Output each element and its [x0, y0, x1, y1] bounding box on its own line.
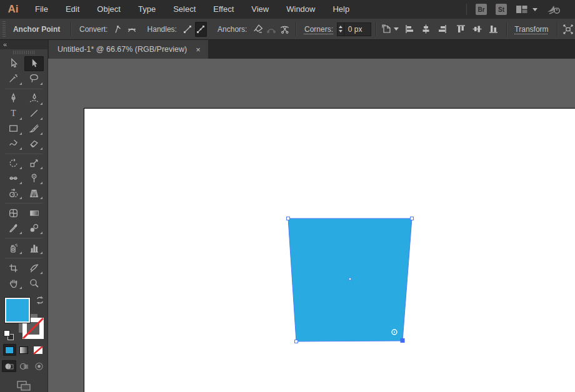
- bridge-button[interactable]: Br: [476, 4, 487, 15]
- blend-tool[interactable]: [24, 220, 44, 235]
- draw-inside-button[interactable]: [32, 360, 46, 372]
- perspective-grid-tool[interactable]: [24, 185, 44, 200]
- corners-label[interactable]: Corners:: [301, 25, 337, 34]
- control-bar: Anchor Point Convert: Handles:: [0, 19, 575, 40]
- menu-select[interactable]: Select: [164, 0, 204, 19]
- symbol-sprayer-tool[interactable]: [4, 240, 23, 255]
- align-to-selection-dropdown[interactable]: [381, 22, 399, 37]
- horizontal-align-center-button[interactable]: [419, 22, 434, 37]
- tools-panel-grip[interactable]: [0, 49, 48, 56]
- isolate-selected-object-button[interactable]: [562, 22, 574, 37]
- zoom-tool[interactable]: [24, 275, 44, 290]
- transform-link[interactable]: Transform: [511, 25, 552, 34]
- corners-value-input[interactable]: 0 px: [344, 22, 371, 36]
- show-handles-button[interactable]: [195, 22, 208, 37]
- eyedropper-tool[interactable]: [4, 220, 23, 235]
- default-fill-stroke-icon[interactable]: [4, 330, 14, 340]
- draw-normal-button[interactable]: [2, 360, 16, 372]
- convert-to-smooth-button[interactable]: [126, 22, 138, 37]
- color-button[interactable]: [3, 344, 16, 356]
- horizontal-align-left-button[interactable]: [402, 22, 418, 37]
- remove-anchor-points-button[interactable]: [251, 22, 264, 37]
- gradient-button[interactable]: [18, 344, 31, 356]
- column-graph-tool[interactable]: [24, 240, 44, 255]
- convert-label: Convert:: [76, 25, 111, 34]
- puppet-warp-tool[interactable]: [24, 170, 44, 185]
- corners-stepper[interactable]: [337, 22, 344, 36]
- menu-window[interactable]: Window: [278, 0, 324, 19]
- gpu-performance-icon[interactable]: [546, 4, 561, 15]
- hide-handles-button[interactable]: [181, 22, 194, 37]
- vertical-align-top-button[interactable]: [454, 22, 469, 37]
- shape-center-point[interactable]: [349, 278, 351, 280]
- rotate-tool[interactable]: [4, 155, 23, 170]
- line-segment-tool[interactable]: [24, 106, 44, 121]
- menu-file[interactable]: File: [26, 0, 57, 19]
- slice-tool[interactable]: [24, 260, 44, 275]
- magic-wand-tool[interactable]: [4, 71, 23, 86]
- document-tab-title: Untitled-1* @ 66.67% (RGB/Preview): [58, 45, 187, 54]
- eraser-tool[interactable]: [24, 136, 44, 151]
- tool-grid: [0, 205, 48, 235]
- none-button[interactable]: [32, 344, 45, 356]
- anchor-bottom-right-selected[interactable]: [401, 339, 404, 343]
- gradient-tool[interactable]: [24, 205, 44, 220]
- direct-selection-tool[interactable]: [24, 56, 44, 71]
- stock-button[interactable]: St: [496, 4, 507, 15]
- vertical-align-bottom-button[interactable]: [486, 22, 501, 37]
- close-icon[interactable]: ×: [196, 46, 201, 54]
- collapse-tools-button[interactable]: «: [0, 40, 48, 49]
- tools-panel: «: [0, 40, 48, 392]
- curvature-tool[interactable]: [24, 91, 44, 106]
- divider: [5, 258, 42, 258]
- tool-grid: [0, 240, 48, 255]
- menu-object[interactable]: Object: [88, 0, 129, 19]
- type-tool[interactable]: T: [4, 106, 23, 121]
- hand-tool[interactable]: [4, 275, 23, 290]
- menu-view[interactable]: View: [242, 0, 278, 19]
- stepper-down-icon[interactable]: [339, 30, 342, 32]
- shape-builder-tool[interactable]: [4, 185, 23, 200]
- scale-tool[interactable]: [24, 155, 44, 170]
- menu-type[interactable]: Type: [129, 0, 164, 19]
- document-tab[interactable]: Untitled-1* @ 66.67% (RGB/Preview) ×: [49, 40, 208, 59]
- screen-mode-button[interactable]: [0, 380, 48, 392]
- horizontal-align-right-button[interactable]: [435, 22, 450, 37]
- anchor-top-left[interactable]: [287, 217, 290, 220]
- divider: [5, 238, 42, 238]
- menu-help[interactable]: Help: [324, 0, 358, 19]
- convert-to-corner-button[interactable]: [112, 22, 124, 37]
- handles-label: Handles:: [144, 25, 181, 34]
- swap-fill-stroke-icon[interactable]: [35, 295, 45, 305]
- shaper-tool[interactable]: [4, 136, 23, 151]
- rectangle-tool[interactable]: [4, 121, 23, 136]
- mesh-tool[interactable]: [4, 205, 23, 220]
- connect-end-points-button[interactable]: [265, 22, 278, 37]
- separator: [376, 22, 376, 36]
- paintbrush-tool[interactable]: [24, 121, 44, 136]
- stepper-up-icon[interactable]: [339, 26, 342, 28]
- workspace-switcher[interactable]: [516, 4, 538, 14]
- separator: [71, 22, 71, 36]
- fill-proxy-swatch[interactable]: [5, 298, 30, 323]
- draw-behind-button[interactable]: [17, 360, 31, 372]
- menu-edit[interactable]: Edit: [57, 0, 88, 19]
- app-logo: Ai: [0, 3, 26, 16]
- divider: [5, 154, 42, 154]
- anchor-bottom-left[interactable]: [295, 340, 298, 343]
- lasso-tool[interactable]: [24, 71, 44, 86]
- anchor-top-right[interactable]: [411, 217, 414, 220]
- width-tool[interactable]: [4, 170, 23, 185]
- tool-grid: [0, 56, 48, 86]
- menubar-separator: [466, 4, 467, 15]
- tool-grid: [0, 260, 48, 290]
- canvas[interactable]: [48, 59, 575, 392]
- menu-effect[interactable]: Effect: [204, 0, 242, 19]
- pen-tool[interactable]: [4, 91, 23, 106]
- vertical-align-center-button[interactable]: [470, 22, 485, 37]
- cut-path-button[interactable]: [279, 22, 291, 37]
- selection-tool[interactable]: [4, 56, 23, 71]
- panel-grip[interactable]: [2, 21, 6, 37]
- artboard-tool[interactable]: [4, 260, 23, 275]
- align-buttons-group: [402, 22, 502, 37]
